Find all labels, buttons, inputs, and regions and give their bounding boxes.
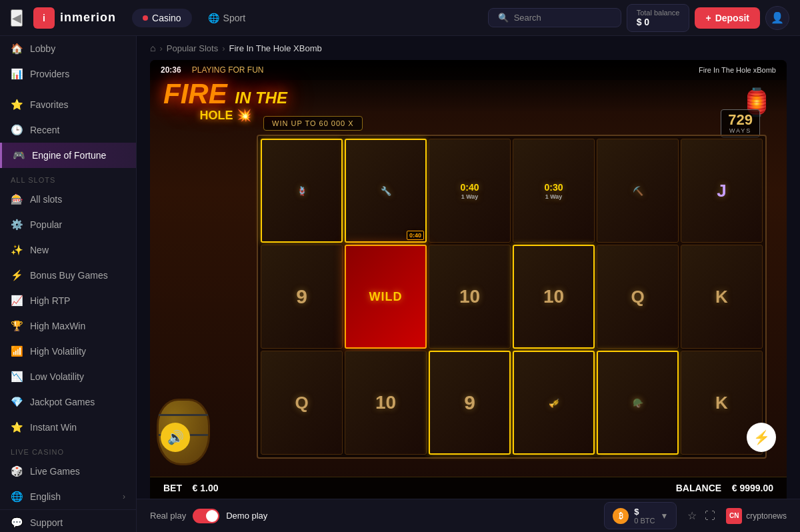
jackpot-icon: 💎 bbox=[11, 396, 23, 408]
lobby-icon: 🏠 bbox=[11, 43, 23, 55]
sidebar-item-providers[interactable]: 📊 Providers bbox=[0, 61, 136, 87]
bet-amount: € 1.00 bbox=[193, 483, 219, 493]
sidebar-item-label: Support bbox=[30, 517, 63, 528]
slot-cell-3: 0:301 Way bbox=[513, 139, 595, 243]
sidebar-item-instant-win[interactable]: ⭐ Instant Win bbox=[0, 415, 136, 440]
breadcrumb-popular-slots[interactable]: Popular Slots bbox=[167, 43, 218, 53]
tab-casino[interactable]: Casino bbox=[132, 9, 192, 27]
sidebar-item-engine-of-fortune[interactable]: 🎮 Engine of Fortune bbox=[0, 143, 136, 168]
currency-dollar: $ bbox=[634, 507, 655, 517]
toggle-knob bbox=[206, 510, 218, 522]
footer-bar: Real play Demo play ₿ $ 0 BTC ▼ ☆ ⛶ bbox=[137, 499, 800, 532]
sidebar-item-high-volatility[interactable]: 📶 High Volatility bbox=[0, 339, 136, 364]
search-bar[interactable]: 🔍 Search bbox=[488, 8, 621, 27]
sidebar-item-bonus-buy[interactable]: ⚡ Bonus Buy Games bbox=[0, 263, 136, 288]
tab-sport[interactable]: 🌐 Sport bbox=[197, 9, 256, 27]
engine-icon: 🎮 bbox=[13, 149, 25, 161]
cryptonews-logo: CN cryptonews bbox=[726, 508, 787, 524]
support-icon: 💬 bbox=[11, 517, 23, 529]
sidebar-item-label: All slots bbox=[30, 194, 62, 205]
sidebar-item-lobby[interactable]: 🏠 Lobby bbox=[0, 36, 136, 61]
logo-text: inmerion bbox=[60, 11, 116, 25]
sidebar-item-label: Instant Win bbox=[30, 422, 77, 433]
star-footer-icon[interactable]: ☆ bbox=[687, 509, 697, 522]
all-slots-icon: 🎰 bbox=[11, 193, 23, 205]
all-slots-section-label: ALL SLOTS bbox=[0, 168, 136, 187]
sidebar-item-favorites[interactable]: ⭐ Favorites bbox=[0, 92, 136, 117]
slot-cell-4: ⛏️ bbox=[597, 139, 679, 243]
sidebar-item-label: Lobby bbox=[30, 43, 55, 54]
hole-text: HOLE 💥 bbox=[163, 108, 287, 123]
fire-text: FIRE IN THE bbox=[163, 80, 287, 108]
popular-icon: ⚙️ bbox=[11, 219, 23, 231]
slot-cell-9: 10 bbox=[513, 245, 595, 349]
game-area: ⌂ › Popular Slots › Fire In The Hole XBo… bbox=[137, 36, 800, 532]
top-nav: ◀ i inmerion Casino 🌐 Sport 🔍 Search Tot… bbox=[0, 0, 800, 36]
expand-footer-icon[interactable]: ⛶ bbox=[705, 510, 715, 522]
sidebar-item-label: High Volatility bbox=[30, 346, 86, 357]
slot-cell-15: 🎺 bbox=[513, 351, 595, 455]
sidebar-collapse-button[interactable]: ◀ bbox=[11, 9, 23, 27]
sidebar-item-high-maxwin[interactable]: 🏆 High MaxWin bbox=[0, 313, 136, 339]
sidebar-item-jackpot-games[interactable]: 💎 Jackpot Games bbox=[0, 389, 136, 415]
recent-icon: 🕒 bbox=[11, 124, 23, 136]
demo-toggle-switch[interactable] bbox=[193, 509, 219, 523]
sidebar-item-label: Low Volatility bbox=[30, 371, 84, 382]
logo: i inmerion bbox=[33, 7, 116, 29]
sidebar-bottom: 💬 Support ⌄ bbox=[0, 509, 136, 532]
currency-selector[interactable]: ₿ $ 0 BTC ▼ bbox=[604, 502, 677, 529]
slot-cell-2: 0:401 Way bbox=[429, 139, 511, 243]
bet-label: BET bbox=[163, 483, 182, 493]
favorites-icon: ⭐ bbox=[11, 99, 23, 111]
high-volatility-icon: 📶 bbox=[11, 345, 23, 357]
demo-play-label: Demo play bbox=[226, 511, 267, 521]
user-profile-button[interactable]: 👤 bbox=[765, 6, 789, 30]
slot-header: WIN UP TO 60 000 X 729 WAYS bbox=[257, 113, 767, 133]
sidebar-item-label: Popular bbox=[30, 219, 62, 230]
slot-cell-14: 9 bbox=[429, 351, 511, 455]
ways-number: 729 bbox=[728, 113, 753, 127]
sidebar-item-label: High MaxWin bbox=[30, 321, 85, 331]
english-globe-icon: 🌐 bbox=[11, 491, 23, 503]
casino-dot-icon bbox=[143, 15, 148, 21]
sidebar-item-label: Favorites bbox=[30, 99, 69, 110]
ways-badge: 729 WAYS bbox=[721, 109, 760, 137]
sidebar-item-label: Engine of Fortune bbox=[32, 150, 106, 161]
bet-info: BET € 1.00 bbox=[163, 483, 219, 493]
lightning-button[interactable]: ⚡ bbox=[747, 423, 776, 452]
game-embed[interactable]: 20:36 PLAYING FOR FUN Fire In The Hole x… bbox=[150, 60, 787, 499]
sidebar-item-all-slots[interactable]: 🎰 All slots bbox=[0, 187, 136, 212]
low-volatility-icon: 📉 bbox=[11, 371, 23, 383]
search-icon: 🔍 bbox=[498, 13, 509, 23]
footer-icons: ☆ ⛶ bbox=[687, 509, 715, 522]
sidebar-item-label: Recent bbox=[30, 125, 59, 135]
sidebar-item-high-rtp[interactable]: 📈 High RTP bbox=[0, 288, 136, 313]
balance-info: BALANCE € 9999.00 bbox=[676, 483, 773, 493]
sidebar-item-label: Bonus Buy Games bbox=[30, 270, 108, 281]
deposit-button[interactable]: + Deposit bbox=[695, 7, 760, 29]
sidebar-item-support[interactable]: 💬 Support bbox=[0, 510, 136, 532]
sidebar-item-english[interactable]: 🌐 English › bbox=[0, 484, 136, 509]
sidebar-item-new[interactable]: ✨ New bbox=[0, 237, 136, 263]
logo-icon: i bbox=[33, 7, 55, 29]
sidebar-item-low-volatility[interactable]: 📉 Low Volatility bbox=[0, 364, 136, 389]
sidebar-item-live-games[interactable]: 🎲 Live Games bbox=[0, 459, 136, 484]
sound-button[interactable]: 🔊 bbox=[161, 423, 190, 452]
breadcrumb: ⌂ › Popular Slots › Fire In The Hole XBo… bbox=[137, 36, 800, 60]
sidebar-item-popular[interactable]: ⚙️ Popular bbox=[0, 212, 136, 237]
main-content: 🏠 Lobby 📊 Providers ⭐ Favorites 🕒 Recent… bbox=[0, 36, 800, 532]
home-breadcrumb-icon[interactable]: ⌂ bbox=[150, 43, 155, 53]
breadcrumb-separator-2: › bbox=[222, 43, 225, 53]
currency-code: 0 BTC bbox=[634, 517, 655, 525]
sidebar-item-recent[interactable]: 🕒 Recent bbox=[0, 117, 136, 143]
balance-label: Total balance bbox=[637, 9, 680, 17]
sidebar-item-label: New bbox=[30, 245, 49, 255]
balance-game-label: BALANCE bbox=[676, 483, 721, 493]
slot-cell-5: J bbox=[681, 139, 763, 243]
game-time: 20:36 bbox=[161, 65, 181, 75]
sidebar-item-label: English bbox=[30, 491, 61, 502]
slot-cell-8: 10 bbox=[429, 245, 511, 349]
slot-cell-12: Q bbox=[261, 351, 343, 455]
game-bottom-bar: BET € 1.00 BALANCE € 9999.00 bbox=[150, 477, 787, 499]
search-placeholder: Search bbox=[514, 13, 541, 23]
